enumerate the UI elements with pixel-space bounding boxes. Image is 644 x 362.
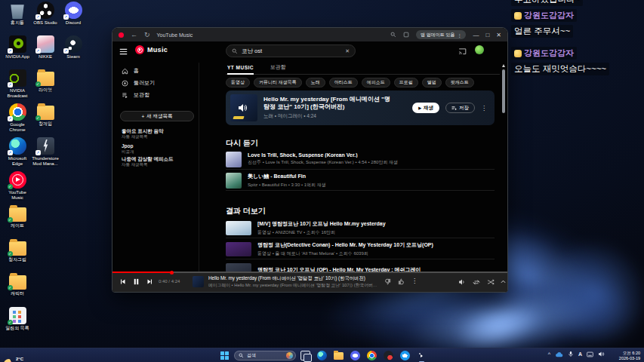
- taskbar-edge-icon[interactable]: [317, 351, 327, 360]
- touch-keyboard-icon[interactable]: [587, 351, 593, 357]
- chip-albums[interactable]: 앨범: [422, 78, 442, 87]
- chip-profiles[interactable]: 프로필: [394, 78, 418, 87]
- video-row[interactable]: [M/V] 명탐정코난 10기 오프닝 Hello Mr.my yesterda…: [226, 218, 495, 238]
- video-title[interactable]: 명탐정 코난(Detective Conan) - Hello Mr. My Y…: [257, 241, 495, 249]
- desktop-icon-nvidia-broadcast[interactable]: ↗ NVIDIA Broadcast: [3, 69, 32, 99]
- song-title[interactable]: 美しい鰭 - Beautiful Fin: [248, 173, 495, 180]
- chip-artists[interactable]: 아티스트: [329, 78, 358, 87]
- desktop-icon-obs-studio[interactable]: ↗ OBS Studio: [31, 2, 60, 26]
- titlebar-search-icon[interactable]: [390, 32, 396, 38]
- clear-search-icon[interactable]: ✕: [345, 48, 350, 54]
- taskbar-discord-icon[interactable]: [350, 351, 360, 360]
- player-more-options-icon[interactable]: ⋮: [411, 278, 418, 284]
- top-result-card[interactable]: Hello Mr. my yesterday [From 애니메이션 "명탐정 …: [226, 90, 495, 125]
- youtube-music-logo-icon[interactable]: [135, 45, 144, 54]
- desktop-icon-list-app[interactable]: ✓ 일련의 목록: [3, 307, 32, 331]
- progress-bar[interactable]: [112, 272, 507, 273]
- like-button[interactable]: [398, 278, 405, 285]
- desktop-icon-folder-kate[interactable]: ✓ 케이트: [3, 205, 32, 229]
- sidebar-item-home[interactable]: 홈: [122, 67, 139, 75]
- back-icon[interactable]: ←: [131, 31, 137, 38]
- play-button[interactable]: ▶ 재생: [412, 103, 439, 113]
- taskbar-clock[interactable]: 오전 6:20 2026-03-19: [619, 351, 640, 361]
- scrollbar-thumb[interactable]: [502, 69, 505, 113]
- speaker-icon[interactable]: [598, 351, 605, 357]
- chat-username: 강원도감감자: [524, 48, 574, 59]
- task-view-button[interactable]: [300, 351, 310, 360]
- top-result-title[interactable]: Hello Mr. my yesterday [From 애니메이션 "명탐정 …: [263, 96, 390, 111]
- player-song-title[interactable]: Hello Mr. my yesterday (From 애니메이션 '명탐정 …: [208, 275, 379, 282]
- close-button[interactable]: ✕: [496, 32, 501, 38]
- taskbar-app-dark-red-icon[interactable]: [384, 351, 393, 360]
- chevron-up-icon: [500, 278, 507, 285]
- chip-videos[interactable]: 동영상: [226, 78, 250, 87]
- minimize-button[interactable]: —: [473, 32, 479, 38]
- song-row[interactable]: Love Is Trill, Shock, Suspense (Korean V…: [226, 149, 495, 170]
- chat-message-clipped: 수고하셨습니다~: [514, 0, 580, 5]
- search-input[interactable]: 코난 ost ✕: [226, 44, 356, 57]
- song-title[interactable]: Love Is Trill, Shock, Suspense (Korean V…: [248, 152, 495, 158]
- sidebar-item-explore[interactable]: 둘러보기: [122, 79, 155, 87]
- pause-button[interactable]: [132, 278, 140, 286]
- taskbar-chrome-icon[interactable]: [367, 351, 377, 360]
- volume-button[interactable]: [458, 278, 466, 286]
- weather-widget[interactable]: 2°C 구름 조금: [4, 350, 32, 362]
- save-button[interactable]: 저장: [445, 103, 475, 113]
- dislike-button[interactable]: [384, 278, 391, 285]
- sidebar-item-label: 홈: [134, 67, 139, 75]
- sidebar-item-library[interactable]: 보관함: [122, 91, 149, 99]
- video-row[interactable]: 명탐정 코난(Detective Conan) - Hello Mr. My Y…: [226, 239, 495, 259]
- window-titlebar[interactable]: ← ↻ YouTube Music 앱 업데이트 있음 ⋮ — □ ✕: [112, 28, 507, 41]
- ime-korean-icon[interactable]: A: [578, 351, 582, 357]
- expand-player-button[interactable]: [500, 278, 507, 285]
- desktop-icon-nvidia-app[interactable]: ↗ NVIDIA App: [3, 35, 32, 60]
- taskbar-twitter-icon[interactable]: [400, 351, 410, 360]
- tray-chevron-up-icon[interactable]: ^: [548, 351, 550, 357]
- start-button[interactable]: [220, 351, 229, 360]
- taskbar-search[interactable]: 검색: [234, 351, 296, 360]
- open-in-browser-icon[interactable]: [403, 32, 409, 38]
- microphone-icon[interactable]: [568, 351, 574, 357]
- chip-episodes[interactable]: 에피소드: [362, 78, 390, 87]
- desktop-icon-discord[interactable]: ↗ Discord: [59, 2, 88, 26]
- scrollbar[interactable]: [501, 64, 505, 270]
- user-avatar[interactable]: [475, 45, 484, 54]
- tab-yt-music[interactable]: YT MUSIC: [227, 65, 254, 75]
- chip-community-playlists[interactable]: 커뮤니티 재생목록: [254, 78, 302, 87]
- logo-wordmark[interactable]: Music: [147, 46, 168, 54]
- previous-button[interactable]: [119, 278, 126, 285]
- desktop-icon-chrome[interactable]: ↗ Google Chrome: [3, 103, 32, 133]
- video-title[interactable]: [M/V] 명탐정코난 10기 오프닝 Hello Mr.my yesterda…: [257, 220, 495, 228]
- cast-icon[interactable]: [458, 48, 467, 55]
- new-playlist-button[interactable]: + 새 재생목록: [120, 111, 194, 121]
- desktop-icon-folder-riot[interactable]: ✓ 라이엇: [31, 69, 60, 93]
- desktop-icon-folder-games[interactable]: ✓ 창게임: [31, 103, 60, 127]
- app-update-button[interactable]: 앱 업데이트 있음 ⋮: [416, 30, 466, 39]
- chip-songs[interactable]: 노래: [306, 78, 325, 87]
- desktop-icon-youtube-music[interactable]: ✓ YouTube Music: [3, 171, 32, 201]
- taskbar-file-explorer-icon[interactable]: [334, 351, 344, 360]
- more-options-icon[interactable]: ⋮: [481, 105, 487, 112]
- desktop-icon-edge[interactable]: ↗ Microsoft Edge: [3, 137, 32, 167]
- scrollbar-up-arrow-icon[interactable]: [502, 64, 505, 67]
- tab-library[interactable]: 보관함: [270, 64, 286, 74]
- repeat-button[interactable]: [473, 278, 480, 286]
- desktop-icon-nikke[interactable]: ↗ NIKKE: [31, 35, 60, 60]
- chip-podcasts[interactable]: 팟캐스트: [445, 78, 474, 87]
- refresh-icon[interactable]: ↻: [144, 31, 150, 38]
- desktop-icon-thunderstore[interactable]: ↗ Thunderstore Mod Mana...: [31, 137, 60, 167]
- shuffle-button[interactable]: [487, 278, 495, 286]
- desktop-icon-folder-drawings[interactable]: ✓ 청자그림: [3, 239, 32, 262]
- desktop-icon-folder-characters[interactable]: ✓ 캐릭터: [3, 273, 32, 296]
- maximize-button[interactable]: □: [485, 32, 489, 38]
- playlist-item-jpop[interactable]: Jpop: [122, 143, 196, 149]
- menu-hamburger-icon[interactable]: [119, 48, 128, 56]
- sync-check-badge-icon: ✓: [8, 251, 13, 256]
- next-button[interactable]: [146, 278, 153, 285]
- desktop-icon-recycle-bin[interactable]: 휴지통: [3, 2, 32, 26]
- desktop-icon-steam[interactable]: ↗ Steam: [59, 35, 88, 60]
- onedrive-cloud-icon[interactable]: [555, 351, 563, 357]
- song-row[interactable]: 美しい鰭 - Beautiful Fin Spitz • Beautiful F…: [226, 170, 495, 191]
- nikke-icon: ↗: [37, 35, 54, 53]
- sync-check-badge-icon: ✓: [35, 115, 41, 121]
